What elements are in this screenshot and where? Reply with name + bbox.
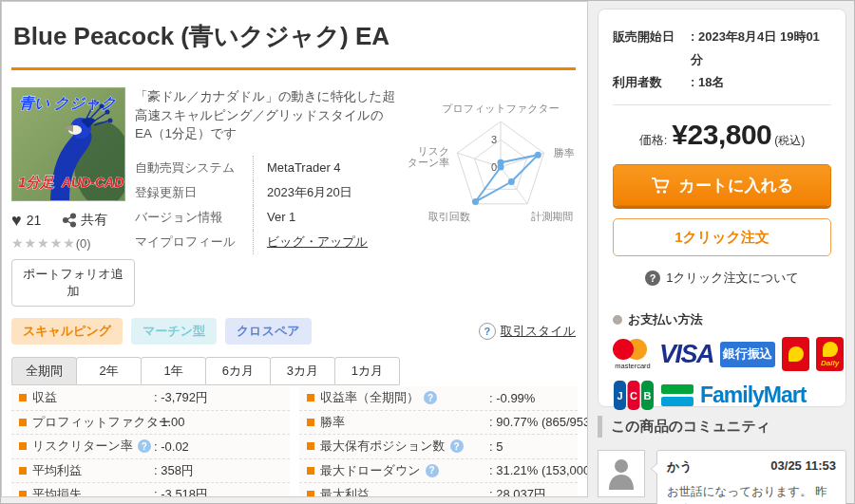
comment-author: かう (667, 458, 693, 476)
question-circle-dark-icon: ? (645, 271, 660, 286)
portfolio-add-button[interactable]: ポートフォリオ追加 (11, 259, 135, 307)
rating-row: ★★★★★(0) (11, 235, 135, 251)
community-title: この商品のコミュニティ (598, 416, 846, 438)
detail-row: 登録更新日 2023年6月20日 (135, 180, 403, 205)
stat-row: 収益率（全期間）? : -0.99% (299, 386, 578, 411)
bullet-icon (19, 442, 27, 450)
share-label: 共有 (81, 212, 107, 229)
tag-scalping[interactable]: スキャルピング (11, 318, 123, 345)
product-main-card: Blue Peacock (青いクジャク) EA (1, 1, 588, 497)
tag-crosspair[interactable]: クロスペア (225, 318, 312, 345)
tab-1month[interactable]: 1カ月 (334, 357, 400, 385)
cart-icon (651, 177, 672, 195)
stat-label: プロフィットファクター (32, 414, 171, 431)
detail-value: MetaTrader 4 (253, 156, 341, 180)
bank-transfer-badge: 銀行振込 (720, 342, 775, 367)
users-row: 利用者数 : 18名 (613, 71, 831, 94)
purchase-panel: 販売開始日 : 2023年8月4日 19時01分 利用者数 : 18名 価格:¥… (598, 9, 846, 407)
help-icon[interactable]: ? (424, 391, 437, 404)
one-click-about-link[interactable]: ? 1クリック注文について (613, 270, 831, 287)
product-area: 青い クジャク 1分足 AUD-CAD ♥ 21 共有 (11, 87, 587, 307)
users-label: 利用者数 (613, 71, 691, 94)
svg-text:取引回数: 取引回数 (428, 211, 470, 222)
payment-icons-row-1: mastercard VISA 銀行振込 Daily (613, 337, 831, 371)
stat-value: : -0.02 (154, 439, 189, 454)
stat-value: : 90.77% (865/953) (489, 415, 588, 429)
detail-row: 自動売買システム MetaTrader 4 (135, 156, 403, 180)
image-timeframe-text: 1分足 (18, 174, 54, 190)
bullet-icon (19, 491, 27, 497)
profile-link[interactable]: ビッグ・アップル (253, 230, 368, 254)
svg-text:0: 0 (491, 161, 497, 173)
price-value: ¥23,800 (672, 119, 771, 150)
one-click-about-label: 1クリック注文について (666, 270, 799, 287)
detail-label: 自動売買システム (135, 159, 253, 177)
users-value: : 18名 (691, 71, 724, 94)
trade-style-link[interactable]: ? 取引スタイル (479, 323, 576, 340)
release-date-row: 販売開始日 : 2023年8月4日 19時01分 (613, 26, 831, 71)
tag-martin[interactable]: マーチン型 (131, 318, 217, 345)
help-icon[interactable]: ? (426, 464, 439, 477)
share-button[interactable]: 共有 (62, 212, 107, 229)
svg-text:リスクターン率: リスクターン率 (408, 145, 450, 168)
tab-all-period[interactable]: 全期間 (11, 357, 77, 385)
title-underline (11, 67, 576, 70)
page-title: Blue Peacock (青いクジャク) EA (13, 20, 576, 53)
comment-text: お世話になっております。 昨日稼働を始めて1ポジションを取ったのですが (667, 483, 836, 504)
mastercard-logo: mastercard (613, 339, 653, 370)
familymart-bars-icon (661, 384, 694, 406)
svg-text:B: B (644, 390, 652, 401)
heart-icon[interactable]: ♥ (11, 212, 22, 229)
payment-methods-label: お支払い方法 (628, 311, 703, 328)
stat-label: リスクリターン率 (32, 438, 133, 455)
daily-logo: Daily (816, 337, 844, 371)
stat-value: : -3,792円 (154, 389, 208, 406)
svg-text:C: C (630, 390, 637, 401)
stat-row: プロフィットファクター : 1.00 (11, 411, 290, 436)
one-click-order-label: 1クリック注文 (674, 229, 770, 247)
avatar (598, 450, 645, 497)
tab-1year[interactable]: 1年 (141, 357, 206, 385)
stats-table: 収益 : -3,792円 プロフィットファクター : 1.00 リスクリターン率… (11, 386, 578, 497)
like-share-row: ♥ 21 共有 (11, 212, 135, 229)
add-to-cart-button[interactable]: カートに入れる (613, 164, 831, 206)
stats-left-column: 収益 : -3,792円 プロフィットファクター : 1.00 リスクリターン率… (11, 386, 290, 497)
stat-value: : -0.99% (489, 391, 535, 405)
bullet-icon (307, 394, 314, 401)
star-icons: ★★★★★ (11, 235, 76, 251)
detail-label: バージョン情報 (135, 209, 253, 226)
question-circle-icon[interactable]: ? (479, 323, 496, 340)
help-icon[interactable]: ? (138, 439, 151, 453)
stat-label: 収益 (32, 389, 57, 406)
jcb-logo: J C B (613, 380, 655, 411)
stat-label: 最大利益 (320, 486, 370, 497)
stat-label: 収益率（全期間） (320, 389, 419, 406)
product-info-column: 「豪ドル／カナダドル」の動きに特化した超高速スキャルピング／グリッドスタイルのE… (135, 87, 403, 307)
detail-value: Ver 1 (253, 205, 295, 230)
bullet-icon (19, 467, 27, 475)
tab-6months[interactable]: 6カ月 (205, 357, 271, 385)
visa-logo: VISA (659, 340, 713, 369)
stat-label: 勝率 (320, 414, 345, 431)
one-click-order-button[interactable]: 1クリック注文 (613, 218, 831, 256)
stat-value: : -3,518円 (154, 486, 208, 497)
bullet-circle-icon (613, 315, 622, 325)
stat-label: 平均利益 (32, 462, 82, 479)
product-image: 青い クジャク 1分足 AUD-CAD (11, 87, 125, 201)
svg-text:勝率: 勝率 (554, 147, 575, 159)
tab-2years[interactable]: 2年 (76, 357, 142, 385)
price-line: 価格:¥23,800(税込) (613, 119, 831, 151)
stat-value: : 1.00 (154, 415, 185, 429)
tab-3months[interactable]: 3カ月 (270, 357, 335, 385)
tax-note: (税込) (774, 134, 805, 147)
stat-value: : 28,037円 (489, 486, 546, 497)
bullet-icon (307, 419, 314, 426)
svg-text:3: 3 (491, 134, 497, 145)
help-icon[interactable]: ? (450, 439, 464, 453)
bullet-icon (19, 394, 27, 401)
divider (613, 104, 831, 105)
community-section: この商品のコミュニティ かう 03/25 11:53 お世話になっております。 … (598, 416, 846, 504)
stat-row: 収益 : -3,792円 (11, 386, 290, 411)
image-title-text: 青い クジャク (19, 95, 116, 111)
radar-chart-column: 30プロフィットファクター勝率計測期間取引回数リスクターン率 (403, 87, 588, 307)
